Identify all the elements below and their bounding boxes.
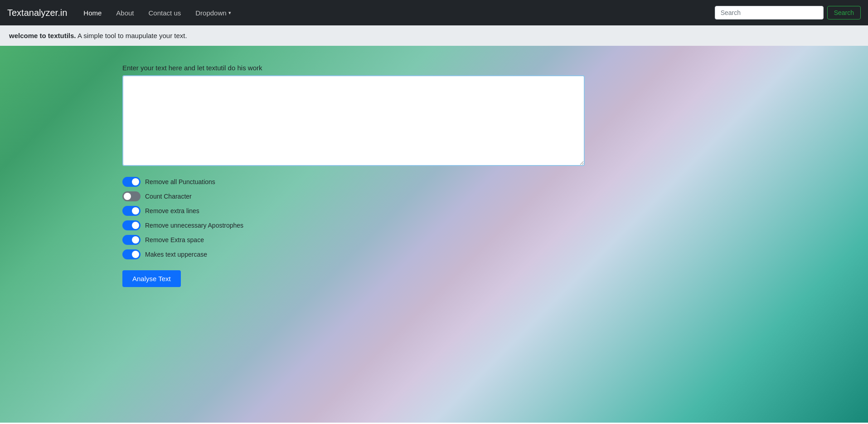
navbar: Textanalyzer.in Home About Contact us Dr… <box>0 0 868 25</box>
nav-about[interactable]: About <box>111 5 139 20</box>
nav-contact[interactable]: Contact us <box>143 5 187 20</box>
toggle-slider-2 <box>122 191 141 201</box>
search-container: Search <box>715 6 861 19</box>
toggle-row-4: Remove unnecessary Apostrophes <box>122 220 585 230</box>
toggle-row-6: Makes text uppercase <box>122 249 585 259</box>
toggle-switch-6[interactable] <box>122 249 141 259</box>
analyse-button[interactable]: Analyse Text <box>122 270 181 287</box>
toggle-slider-3 <box>122 206 141 216</box>
toggle-switch-2[interactable] <box>122 191 141 201</box>
toggle-slider-1 <box>122 177 141 187</box>
toggle-slider-6 <box>122 249 141 259</box>
nav-home[interactable]: Home <box>78 5 107 20</box>
welcome-bold: welcome to textutils. <box>9 32 76 39</box>
toggle-row-2: Count Character <box>122 191 585 201</box>
main-textarea[interactable] <box>122 75 585 166</box>
brand-logo[interactable]: Textanalyzer.in <box>7 8 67 18</box>
toggles-section: Remove all Punctuations Count Character … <box>122 177 585 259</box>
welcome-bar: welcome to textutils. A simple tool to m… <box>0 25 868 46</box>
toggle-label-5: Remove Extra space <box>145 236 204 244</box>
welcome-description: A simple tool to maupulate your text. <box>76 32 187 39</box>
toggle-slider-4 <box>122 220 141 230</box>
toggle-row-3: Remove extra lines <box>122 206 585 216</box>
toggle-label-3: Remove extra lines <box>145 207 199 214</box>
search-button[interactable]: Search <box>827 6 861 19</box>
chevron-down-icon: ▾ <box>228 10 231 16</box>
nav-dropdown[interactable]: Dropdown ▾ <box>190 5 236 20</box>
toggle-switch-1[interactable] <box>122 177 141 187</box>
toggle-label-4: Remove unnecessary Apostrophes <box>145 222 243 229</box>
textarea-label: Enter your text here and let textutil do… <box>122 64 585 72</box>
toggle-row-1: Remove all Punctuations <box>122 177 585 187</box>
toggle-switch-5[interactable] <box>122 235 141 245</box>
main-content: Enter your text here and let textutil do… <box>0 46 868 423</box>
toggle-label-1: Remove all Punctuations <box>145 178 215 185</box>
search-input[interactable] <box>715 6 824 19</box>
toggle-label-6: Makes text uppercase <box>145 251 207 258</box>
toggle-row-5: Remove Extra space <box>122 235 585 245</box>
nav-dropdown-label: Dropdown <box>195 9 226 17</box>
toggle-slider-5 <box>122 235 141 245</box>
toggle-switch-3[interactable] <box>122 206 141 216</box>
nav-links: Home About Contact us Dropdown ▾ <box>78 5 714 20</box>
toggle-switch-4[interactable] <box>122 220 141 230</box>
toggle-label-2: Count Character <box>145 193 192 200</box>
text-area-wrapper: Enter your text here and let textutil do… <box>122 64 585 287</box>
